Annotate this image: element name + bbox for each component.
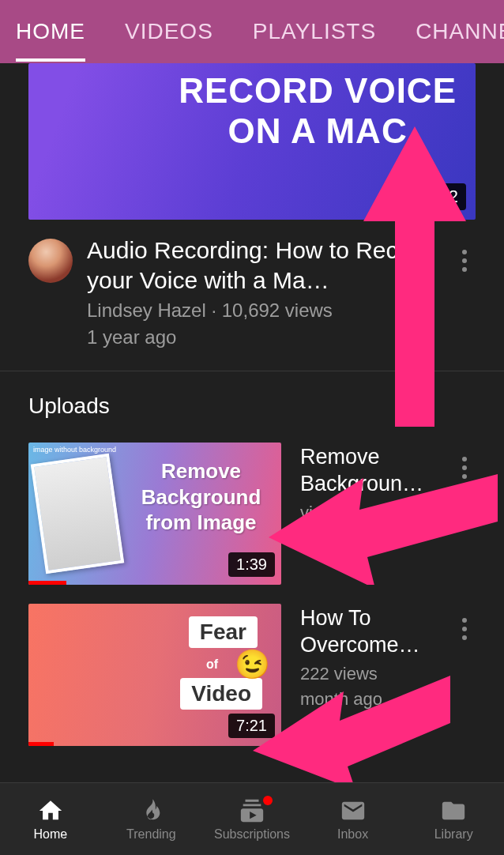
thumb-line1: RECORD VOICE	[179, 71, 457, 111]
thumb-overlay-word2: Video	[180, 678, 262, 710]
upload-info: Remove Backgroun… views week ago	[300, 443, 434, 585]
folder-icon	[440, 797, 467, 824]
thumb-portrait-graphic	[31, 454, 125, 574]
upload-item[interactable]: image without background Remove Backgrou…	[0, 433, 504, 594]
featured-video-thumbnail[interactable]: RECORD VOICE ON A MAC 2:02	[28, 63, 476, 220]
nav-home[interactable]: Home	[0, 797, 101, 842]
nav-label: Home	[33, 827, 67, 842]
thumb-overlay-mid: of	[206, 657, 218, 672]
content-area: RECORD VOICE ON A MAC 2:02 Audio Recordi…	[0, 63, 504, 755]
featured-video-age: 1 year ago	[87, 326, 439, 348]
watch-progress-bar	[28, 742, 54, 746]
home-icon	[37, 797, 64, 824]
flame-icon	[137, 797, 164, 824]
upload-item[interactable]: Fear of Video 😉 7:21 How To Overcome… 22…	[0, 594, 504, 755]
more-options-button[interactable]	[453, 618, 476, 640]
tab-videos[interactable]: VIDEOS	[125, 2, 213, 62]
upload-age: week ago	[300, 528, 434, 548]
upload-thumbnail[interactable]: Fear of Video 😉 7:21	[28, 604, 281, 746]
featured-video-meta: Audio Recording: How to Record your Voic…	[0, 220, 504, 371]
nav-subscriptions[interactable]: Subscriptions	[201, 797, 303, 842]
uploads-section-title: Uploads	[0, 371, 504, 433]
thumb-overlay-title: Remove Background from Image	[132, 458, 270, 536]
nav-label: Inbox	[337, 827, 368, 842]
subscriptions-icon	[239, 797, 265, 824]
upload-info: How To Overcome… 222 views month ago	[300, 604, 434, 746]
mail-icon	[340, 797, 367, 824]
channel-tabs: HOME VIDEOS PLAYLISTS CHANNELS	[0, 0, 504, 63]
more-options-button[interactable]	[453, 457, 476, 479]
nav-label: Subscriptions	[214, 827, 290, 842]
upload-thumbnail[interactable]: image without background Remove Backgrou…	[28, 443, 281, 585]
thumbnail-overlay-text: RECORD VOICE ON A MAC	[179, 71, 457, 151]
nav-library[interactable]: Library	[403, 797, 504, 842]
upload-title: Remove Backgroun…	[300, 444, 434, 498]
bottom-navigation: Home Trending Subscriptions Inbox Librar…	[0, 782, 504, 855]
channel-avatar[interactable]	[28, 239, 73, 283]
more-options-button[interactable]	[453, 250, 476, 272]
nav-inbox[interactable]: Inbox	[303, 797, 404, 842]
tab-channels[interactable]: CHANNELS	[416, 2, 504, 62]
featured-video-title: Audio Recording: How to Record your Voic…	[87, 235, 439, 295]
nav-label: Library	[434, 827, 473, 842]
tab-home[interactable]: HOME	[16, 2, 85, 62]
duration-badge: 2:02	[416, 183, 466, 210]
nav-trending[interactable]: Trending	[101, 797, 202, 842]
watch-progress-bar	[28, 581, 66, 585]
duration-badge: 1:39	[228, 552, 275, 577]
nav-label: Trending	[126, 827, 176, 842]
featured-video-subtitle: Lindsey Hazel · 10,692 views	[87, 299, 439, 322]
upload-title: How To Overcome…	[300, 605, 434, 659]
upload-age: month ago	[300, 689, 434, 710]
thumb-line2: ON A MAC	[179, 111, 457, 152]
featured-info[interactable]: Audio Recording: How to Record your Voic…	[87, 235, 439, 348]
upload-views: views	[300, 503, 434, 523]
duration-badge: 7:21	[228, 714, 275, 738]
upload-views: 222 views	[300, 664, 434, 684]
emoji-icon: 😉	[235, 648, 270, 681]
notification-dot-icon	[263, 796, 273, 805]
tab-playlists[interactable]: PLAYLISTS	[253, 2, 376, 62]
thumb-overlay-word1: Fear	[189, 616, 258, 648]
thumb-corner-tag: image without background	[33, 446, 116, 454]
